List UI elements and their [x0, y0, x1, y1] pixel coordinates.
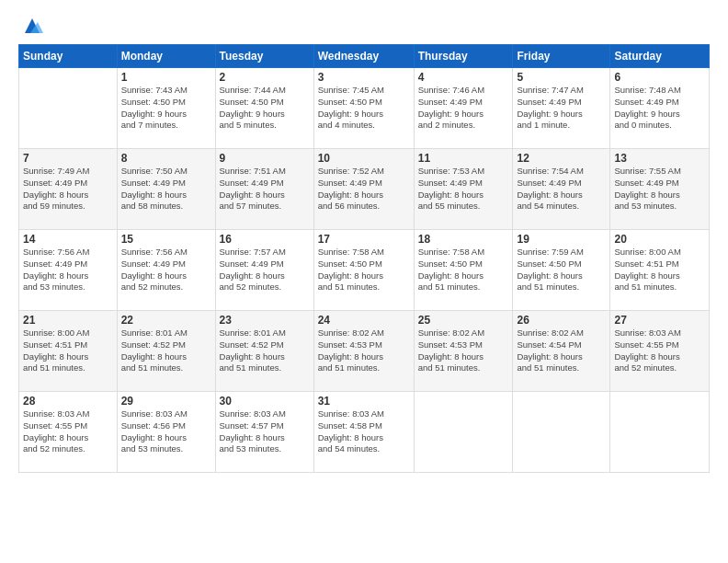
- day-info: Sunrise: 7:53 AMSunset: 4:49 PMDaylight:…: [418, 166, 509, 213]
- day-info: Sunrise: 7:59 AMSunset: 4:50 PMDaylight:…: [517, 247, 606, 293]
- day-number: 10: [318, 152, 410, 165]
- calendar-cell: 22Sunrise: 8:01 AMSunset: 4:52 PMDayligh…: [117, 311, 215, 392]
- day-number: 7: [23, 152, 113, 165]
- weekday-header: Tuesday: [215, 45, 313, 68]
- calendar-cell: 26Sunrise: 8:02 AMSunset: 4:54 PMDayligh…: [513, 311, 610, 392]
- day-info: Sunrise: 7:44 AMSunset: 4:50 PMDaylight:…: [220, 85, 310, 132]
- calendar-week-row: 7Sunrise: 7:49 AMSunset: 4:49 PMDaylight…: [19, 149, 710, 230]
- day-number: 9: [220, 152, 310, 165]
- calendar-cell: 21Sunrise: 8:00 AMSunset: 4:51 PMDayligh…: [19, 311, 118, 392]
- calendar-week-row: 28Sunrise: 8:03 AMSunset: 4:55 PMDayligh…: [19, 392, 710, 473]
- page: SundayMondayTuesdayWednesdayThursdayFrid…: [0, 0, 728, 563]
- day-number: 15: [121, 233, 211, 246]
- day-number: 29: [121, 395, 211, 408]
- day-info: Sunrise: 7:45 AMSunset: 4:50 PMDaylight:…: [318, 85, 410, 132]
- calendar-cell: 6Sunrise: 7:48 AMSunset: 4:49 PMDaylight…: [610, 68, 710, 149]
- day-info: Sunrise: 8:03 AMSunset: 4:56 PMDaylight:…: [121, 408, 211, 455]
- calendar-cell: 14Sunrise: 7:56 AMSunset: 4:49 PMDayligh…: [19, 230, 118, 311]
- day-number: 8: [121, 152, 211, 165]
- day-info: Sunrise: 8:00 AMSunset: 4:51 PMDaylight:…: [23, 327, 113, 374]
- day-info: Sunrise: 8:03 AMSunset: 4:55 PMDaylight:…: [23, 408, 113, 455]
- calendar-cell: 13Sunrise: 7:55 AMSunset: 4:49 PMDayligh…: [610, 149, 710, 230]
- day-number: 16: [220, 233, 310, 246]
- day-number: 1: [121, 71, 211, 84]
- day-number: 19: [517, 233, 606, 246]
- day-number: 21: [23, 314, 113, 327]
- day-info: Sunrise: 7:54 AMSunset: 4:49 PMDaylight:…: [517, 166, 606, 213]
- day-number: 11: [418, 152, 509, 165]
- calendar-cell: 28Sunrise: 8:03 AMSunset: 4:55 PMDayligh…: [19, 392, 118, 473]
- day-number: 25: [418, 314, 509, 327]
- day-number: 17: [318, 233, 410, 246]
- calendar-cell: 27Sunrise: 8:03 AMSunset: 4:55 PMDayligh…: [610, 311, 710, 392]
- logo-icon: [21, 15, 43, 37]
- day-number: 27: [614, 314, 705, 327]
- calendar-cell: 3Sunrise: 7:45 AMSunset: 4:50 PMDaylight…: [313, 68, 414, 149]
- calendar-cell: 24Sunrise: 8:02 AMSunset: 4:53 PMDayligh…: [313, 311, 414, 392]
- day-info: Sunrise: 7:52 AMSunset: 4:49 PMDaylight:…: [318, 166, 410, 213]
- calendar-cell: 7Sunrise: 7:49 AMSunset: 4:49 PMDaylight…: [19, 149, 118, 230]
- calendar-week-row: 1Sunrise: 7:43 AMSunset: 4:50 PMDaylight…: [19, 68, 710, 149]
- day-number: 18: [418, 233, 509, 246]
- calendar-cell: 19Sunrise: 7:59 AMSunset: 4:50 PMDayligh…: [513, 230, 610, 311]
- day-number: 3: [318, 71, 410, 84]
- day-number: 14: [23, 233, 113, 246]
- day-number: 23: [220, 314, 310, 327]
- day-number: 24: [318, 314, 410, 327]
- weekday-header: Sunday: [19, 45, 118, 68]
- calendar-week-row: 21Sunrise: 8:00 AMSunset: 4:51 PMDayligh…: [19, 311, 710, 392]
- day-info: Sunrise: 8:00 AMSunset: 4:51 PMDaylight:…: [614, 247, 705, 293]
- weekday-header: Wednesday: [313, 45, 414, 68]
- day-number: 31: [318, 395, 410, 408]
- weekday-header: Monday: [117, 45, 215, 68]
- day-number: 4: [418, 71, 509, 84]
- day-info: Sunrise: 7:56 AMSunset: 4:49 PMDaylight:…: [121, 247, 211, 293]
- calendar-cell: 5Sunrise: 7:47 AMSunset: 4:49 PMDaylight…: [513, 68, 610, 149]
- day-info: Sunrise: 7:56 AMSunset: 4:49 PMDaylight:…: [23, 247, 113, 293]
- day-info: Sunrise: 8:01 AMSunset: 4:52 PMDaylight:…: [220, 327, 310, 374]
- day-number: 6: [614, 71, 705, 84]
- calendar-cell: 12Sunrise: 7:54 AMSunset: 4:49 PMDayligh…: [513, 149, 610, 230]
- calendar-cell: [513, 392, 610, 473]
- day-info: Sunrise: 7:50 AMSunset: 4:49 PMDaylight:…: [121, 166, 211, 213]
- weekday-header: Saturday: [610, 45, 710, 68]
- day-info: Sunrise: 8:01 AMSunset: 4:52 PMDaylight:…: [121, 327, 211, 374]
- day-info: Sunrise: 7:46 AMSunset: 4:49 PMDaylight:…: [418, 85, 509, 132]
- calendar-cell: 8Sunrise: 7:50 AMSunset: 4:49 PMDaylight…: [117, 149, 215, 230]
- calendar-cell: [414, 392, 513, 473]
- calendar-cell: 31Sunrise: 8:03 AMSunset: 4:58 PMDayligh…: [313, 392, 414, 473]
- day-info: Sunrise: 7:58 AMSunset: 4:50 PMDaylight:…: [318, 247, 410, 293]
- day-info: Sunrise: 8:02 AMSunset: 4:53 PMDaylight:…: [318, 327, 410, 374]
- calendar-cell: [610, 392, 710, 473]
- calendar-cell: 29Sunrise: 8:03 AMSunset: 4:56 PMDayligh…: [117, 392, 215, 473]
- calendar-cell: 20Sunrise: 8:00 AMSunset: 4:51 PMDayligh…: [610, 230, 710, 311]
- weekday-header-row: SundayMondayTuesdayWednesdayThursdayFrid…: [19, 45, 710, 68]
- calendar-cell: 17Sunrise: 7:58 AMSunset: 4:50 PMDayligh…: [313, 230, 414, 311]
- day-info: Sunrise: 8:02 AMSunset: 4:54 PMDaylight:…: [517, 327, 606, 374]
- day-info: Sunrise: 7:51 AMSunset: 4:49 PMDaylight:…: [220, 166, 310, 213]
- day-number: 26: [517, 314, 606, 327]
- calendar-cell: 10Sunrise: 7:52 AMSunset: 4:49 PMDayligh…: [313, 149, 414, 230]
- day-info: Sunrise: 7:58 AMSunset: 4:50 PMDaylight:…: [418, 247, 509, 293]
- calendar-cell: 9Sunrise: 7:51 AMSunset: 4:49 PMDaylight…: [215, 149, 313, 230]
- day-number: 2: [220, 71, 310, 84]
- calendar-cell: 4Sunrise: 7:46 AMSunset: 4:49 PMDaylight…: [414, 68, 513, 149]
- calendar-cell: [19, 68, 118, 149]
- day-info: Sunrise: 8:03 AMSunset: 4:55 PMDaylight:…: [614, 327, 705, 374]
- day-info: Sunrise: 7:49 AMSunset: 4:49 PMDaylight:…: [23, 166, 113, 213]
- calendar-cell: 18Sunrise: 7:58 AMSunset: 4:50 PMDayligh…: [414, 230, 513, 311]
- calendar-cell: 25Sunrise: 8:02 AMSunset: 4:53 PMDayligh…: [414, 311, 513, 392]
- calendar-cell: 15Sunrise: 7:56 AMSunset: 4:49 PMDayligh…: [117, 230, 215, 311]
- header: [18, 15, 710, 37]
- calendar-week-row: 14Sunrise: 7:56 AMSunset: 4:49 PMDayligh…: [19, 230, 710, 311]
- day-info: Sunrise: 7:55 AMSunset: 4:49 PMDaylight:…: [614, 166, 705, 213]
- day-info: Sunrise: 7:47 AMSunset: 4:49 PMDaylight:…: [517, 85, 606, 132]
- day-info: Sunrise: 7:57 AMSunset: 4:49 PMDaylight:…: [220, 247, 310, 293]
- day-number: 5: [517, 71, 606, 84]
- calendar-cell: 2Sunrise: 7:44 AMSunset: 4:50 PMDaylight…: [215, 68, 313, 149]
- calendar-cell: 16Sunrise: 7:57 AMSunset: 4:49 PMDayligh…: [215, 230, 313, 311]
- day-number: 28: [23, 395, 113, 408]
- day-number: 22: [121, 314, 211, 327]
- day-info: Sunrise: 8:03 AMSunset: 4:58 PMDaylight:…: [318, 408, 410, 455]
- day-number: 13: [614, 152, 705, 165]
